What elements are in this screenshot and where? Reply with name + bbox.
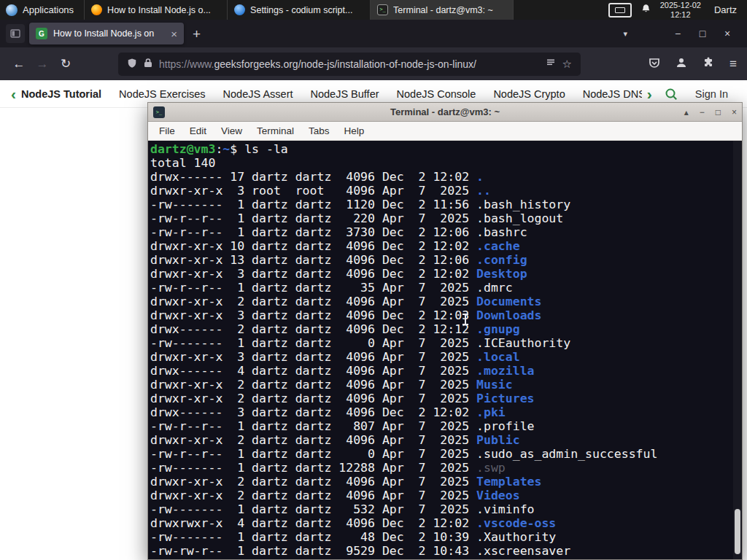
ls-row-meta: -rw------- 1 dartz dartz 48 Dec 2 10:39 [150, 530, 476, 544]
browser-tab[interactable]: G How to Install Node.js on × [29, 23, 184, 44]
total-line: total 140 [150, 156, 742, 170]
reader-view-icon[interactable] [546, 58, 556, 70]
notification-bell-icon[interactable] [640, 4, 651, 17]
clock[interactable]: 2025-12-02 12:12 [660, 1, 701, 19]
tab-close-icon[interactable]: × [171, 28, 177, 39]
url-protocol: https://www. [159, 58, 214, 70]
ls-row-meta: drwxr-xr-x 2 dartz dartz 4096 Apr 7 2025 [150, 378, 476, 392]
ls-row: drwx------ 2 dartz dartz 4096 Dec 2 12:1… [150, 322, 742, 336]
terminal-minimize-icon[interactable]: − [700, 108, 705, 117]
ls-row-meta: drwxrwxr-x 4 dartz dartz 4096 Dec 2 12:0… [150, 516, 476, 530]
menu-file[interactable]: File [152, 125, 182, 136]
terminal-title: Terminal - dartz@vm3: ~ [148, 106, 742, 117]
extensions-icon[interactable] [703, 57, 714, 71]
browser-toolbar: ← → ↻ https://www.geeksforgeeks.org/node… [0, 47, 747, 80]
taskbar-item[interactable]: >_Terminal - dartz@vm3: ~ [371, 0, 514, 20]
terminal-titlebar[interactable]: >_ Terminal - dartz@vm3: ~ ▴ − □ × [148, 103, 742, 122]
ls-row-name: .mozilla [476, 364, 534, 378]
ls-row-name: .viminfo [476, 502, 534, 516]
menu-view[interactable]: View [214, 125, 249, 136]
reload-icon[interactable]: ↻ [54, 53, 77, 75]
ls-row: -rw-rw-r-- 1 dartz dartz 9529 Dec 2 10:4… [150, 544, 742, 558]
applications-menu[interactable]: Applications [0, 0, 85, 20]
ls-row: drwxr-xr-x 3 root root 4096 Apr 7 2025 .… [150, 184, 742, 198]
ls-row-meta: drwxr-xr-x 2 dartz dartz 4096 Apr 7 2025 [150, 475, 476, 489]
ls-row-name: .bashrc [476, 225, 527, 239]
taskbar-item[interactable]: Settings - codium script... [228, 0, 371, 20]
back-icon[interactable]: ← [7, 53, 31, 75]
user-menu[interactable]: Dartz [710, 4, 741, 15]
prompt-path: ~ [222, 142, 230, 156]
ls-row: drwx------ 3 dartz dartz 4096 Dec 2 12:0… [150, 405, 742, 419]
url-bar[interactable]: https://www.geeksforgeeks.org/node-js/in… [118, 52, 581, 76]
menu-terminal[interactable]: Terminal [249, 125, 301, 136]
settings-icon [234, 4, 245, 15]
ls-row-meta: -rw-r--r-- 1 dartz dartz 220 Apr 7 2025 [150, 211, 476, 225]
ls-row-meta: drwxr-xr-x 10 dartz dartz 4096 Dec 2 12:… [150, 239, 476, 253]
ls-row: drwxr-xr-x 2 dartz dartz 4096 Apr 7 2025… [150, 295, 742, 308]
ls-row: -rw------- 1 dartz dartz 12288 Apr 7 202… [150, 461, 742, 475]
ls-row: drwx------ 17 dartz dartz 4096 Dec 2 12:… [150, 170, 742, 184]
browser-close-icon[interactable]: × [715, 28, 740, 39]
terminal-rollup-icon[interactable]: ▴ [684, 108, 689, 117]
ls-row-name: .bash_history [476, 198, 570, 211]
nav-scroll-right-icon[interactable]: › [642, 86, 657, 101]
nav-link[interactable]: NodeJS Exercises [119, 88, 205, 100]
firefox-icon [91, 4, 102, 15]
forward-icon[interactable]: → [31, 53, 54, 75]
ls-row: -rw-r--r-- 1 dartz dartz 220 Apr 7 2025 … [150, 211, 742, 225]
ls-row-name: Music [476, 378, 513, 392]
tab-title: How to Install Node.js on [53, 28, 165, 39]
terminal-scrollbar[interactable] [733, 141, 742, 559]
terminal-maximize-icon[interactable]: □ [716, 108, 721, 117]
taskbar: How to Install Node.js o...Settings - co… [85, 0, 514, 20]
sign-in-link[interactable]: Sign In [695, 88, 728, 100]
nav-link[interactable]: NodeJS Buffer [311, 88, 379, 100]
browser-maximize-icon[interactable]: □ [690, 28, 715, 39]
scrollbar-thumb[interactable] [735, 509, 740, 554]
search-icon[interactable] [657, 88, 685, 101]
account-icon[interactable] [676, 57, 687, 71]
terminal-icon: >_ [377, 4, 388, 15]
ls-row-meta: drwxr-xr-x 2 dartz dartz 4096 Apr 7 2025 [150, 433, 476, 447]
ls-row-name: Downloads [476, 308, 541, 322]
shield-icon[interactable] [127, 58, 137, 71]
ls-row: drwxr-xr-x 2 dartz dartz 4096 Apr 7 2025… [150, 378, 742, 392]
ls-row-name: .xscreensaver [476, 544, 570, 558]
firefox-view-icon[interactable] [6, 24, 25, 43]
new-tab-button[interactable]: + [193, 27, 201, 41]
lock-icon[interactable] [144, 58, 152, 70]
nav-link[interactable]: NodeJS Console [397, 88, 476, 100]
nav-link[interactable]: NodeJS Crypto [493, 88, 565, 100]
taskbar-item[interactable]: How to Install Node.js o... [85, 0, 228, 20]
menu-edit[interactable]: Edit [182, 125, 214, 136]
ls-row-name: .cache [476, 239, 520, 253]
browser-minimize-icon[interactable]: − [665, 28, 690, 39]
hamburger-menu-icon[interactable]: ≡ [729, 57, 737, 71]
menu-help[interactable]: Help [337, 125, 372, 136]
pocket-icon[interactable] [649, 57, 660, 71]
ls-row: -rw------- 1 dartz dartz 48 Dec 2 10:39 … [150, 530, 742, 544]
ls-row: drwxr-xr-x 2 dartz dartz 4096 Apr 7 2025… [150, 489, 742, 502]
ls-row: drwxr-xr-x 2 dartz dartz 4096 Apr 7 2025… [150, 433, 742, 447]
menu-tabs[interactable]: Tabs [301, 125, 337, 136]
prompt-user-host: dartz@vm3 [150, 142, 215, 156]
nav-scroll-left-icon[interactable]: ‹ [6, 86, 21, 101]
terminal-close-icon[interactable]: × [732, 108, 737, 117]
ls-row: drwxr-xr-x 2 dartz dartz 4096 Apr 7 2025… [150, 392, 742, 405]
terminal-content[interactable]: dartz@vm3:~$ ls -la total 140 drwx------… [148, 141, 742, 559]
ls-row: -rw-r--r-- 1 dartz dartz 3730 Dec 2 12:0… [150, 225, 742, 239]
list-all-tabs-icon[interactable]: ▾ [623, 29, 627, 39]
prompt-colon: : [215, 142, 222, 156]
nav-link[interactable]: NodeJS Tutorial [21, 88, 101, 100]
ls-row: -rw------- 1 dartz dartz 532 Apr 7 2025 … [150, 502, 742, 516]
tray-screen-icon[interactable] [608, 3, 632, 18]
bookmark-star-icon[interactable]: ☆ [562, 58, 572, 71]
ls-row: -rw------- 1 dartz dartz 1120 Dec 2 11:5… [150, 198, 742, 211]
nav-link[interactable]: NodeJS DNS [583, 88, 642, 100]
terminal-menubar: FileEditViewTerminalTabsHelp [148, 122, 742, 141]
nav-link[interactable]: NodeJS Assert [223, 88, 293, 100]
ls-row: -rw------- 1 dartz dartz 0 Apr 7 2025 .I… [150, 336, 742, 350]
ls-row-name: Videos [476, 489, 520, 502]
ls-row-name: .gnupg [476, 322, 520, 336]
